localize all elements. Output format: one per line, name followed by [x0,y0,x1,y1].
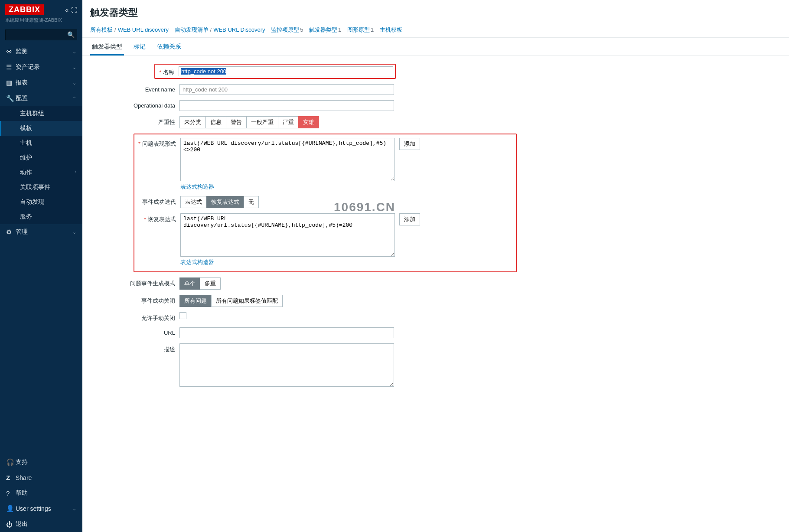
nav-share[interactable]: ZShare [0,470,82,485]
subnav-services[interactable]: 服务 [0,209,82,224]
problem-expr-input[interactable]: last(/WEB URL discovery/url.status[{#URL… [180,138,395,181]
gen-mode-label: 问题事件生成模式 [130,280,175,287]
chevron-down-icon: ⌄ [72,506,76,512]
crumb-item-prototypes[interactable]: 监控项原型 [271,26,299,33]
chevron-down-icon: ⌄ [72,49,76,55]
nav-admin[interactable]: ⚙管理⌄ [0,224,82,240]
url-input[interactable] [179,327,394,338]
user-icon: 👤 [6,505,16,512]
recovery-expr-add-button[interactable]: 添加 [399,213,420,225]
subnav-hosts[interactable]: 主机 [0,136,82,150]
sidebar: ZABBIX « ⛶ 系统应用健康监测-ZABBIX 🔍 👁监测⌄ ☰资产记录⌄… [0,0,82,532]
opdata-label: Operational data [134,102,175,109]
opdata-input[interactable] [179,100,394,111]
name-label: 名称 [163,69,174,75]
ok-close-label: 事件成功关闭 [141,297,175,304]
nav-user-settings[interactable]: 👤User settings⌄ [0,501,82,516]
search-input[interactable] [5,29,77,40]
page-title: 触发器类型 [82,0,789,24]
severity-segmented: 未分类 信息 警告 一般严重 严重 灾难 [179,116,319,128]
sev-average[interactable]: 一般严重 [246,116,278,128]
sidebar-collapse-icon[interactable]: « [65,7,68,13]
power-icon: ⏻ [6,521,16,528]
crumb-graph-prototypes[interactable]: 图形原型 [347,26,370,33]
subnav-correlation[interactable]: 关联项事件 [0,180,82,195]
subnav-hostgroups[interactable]: 主机群组 [0,106,82,121]
search-icon[interactable]: 🔍 [67,31,75,38]
chevron-down-icon: ⌄ [72,65,76,70]
crumb-trigger-prototypes[interactable]: 触发器类型 [309,26,337,33]
wrench-icon: 🔧 [6,95,16,102]
ok-close-tagmatch[interactable]: 所有问题如果标签值匹配 [211,295,283,307]
ok-close-all[interactable]: 所有问题 [179,295,212,307]
crumb-rule[interactable]: WEB URL Discovery [213,26,265,33]
manual-close-checkbox[interactable] [179,312,186,319]
sev-warning[interactable]: 警告 [226,116,247,128]
gear-icon: ⚙ [6,228,16,236]
main-content: 触发器类型 所有模板/WEB URL discovery 自动发现清单/WEB … [82,0,789,532]
headset-icon: 🎧 [6,458,16,466]
tab-trigger[interactable]: 触发器类型 [90,40,124,55]
severity-label: 严重性 [158,119,175,125]
ok-iter-label: 事件成功迭代 [142,199,176,205]
ok-iter-none[interactable]: 无 [244,196,259,208]
crumb-template[interactable]: WEB URL discovery [118,26,169,33]
desc-label: 描述 [164,346,175,352]
problem-expr-add-button[interactable]: 添加 [399,138,420,150]
chevron-down-icon: ⌄ [72,229,76,235]
event-name-label: Event name [145,86,175,93]
list-icon: ☰ [6,63,16,71]
share-icon: Z [6,474,16,481]
problem-expr-builder-link[interactable]: 表达式构造器 [180,183,214,191]
nav-help[interactable]: ?帮助 [0,485,82,501]
subnav-maintenance[interactable]: 维护 [0,150,82,165]
nav-monitoring[interactable]: 👁监测⌄ [0,44,82,59]
sev-information[interactable]: 信息 [205,116,226,128]
subnav-templates[interactable]: 模板 [0,121,82,136]
crumb-all-templates[interactable]: 所有模板 [90,26,113,33]
ok-iter-recovery[interactable]: 恢复表达式 [206,196,244,208]
main-nav: 👁监测⌄ ☰资产记录⌄ ▥报表⌄ 🔧配置⌃ 主机群组 模板 主机 维护 动作› … [0,44,82,240]
nav-configuration[interactable]: 🔧配置⌃ [0,91,82,106]
sev-high[interactable]: 严重 [278,116,299,128]
app-subtitle: 系统应用健康监测-ZABBIX [5,17,77,23]
chevron-down-icon: ⌄ [72,80,76,86]
subnav-discovery[interactable]: 自动发现 [0,195,82,209]
crumb-discovery-list[interactable]: 自动发现清单 [175,26,209,33]
manual-close-label: 允许手动关闭 [141,315,175,321]
logo: ZABBIX [5,4,44,15]
subnav-actions[interactable]: 动作› [0,165,82,180]
sidebar-expand-icon[interactable]: ⛶ [71,7,77,13]
sev-disaster[interactable]: 灾难 [298,116,319,128]
gen-mode-multiple[interactable]: 多重 [200,277,221,290]
nav-support[interactable]: 🎧支持 [0,454,82,470]
breadcrumb: 所有模板/WEB URL discovery 自动发现清单/WEB URL Di… [82,24,789,38]
nav-reports[interactable]: ▥报表⌄ [0,75,82,91]
bar-icon: ▥ [6,79,16,87]
tab-dependencies[interactable]: 依赖关系 [155,40,183,55]
eye-icon: 👁 [6,48,16,55]
recovery-expr-input[interactable]: last(/WEB URL discovery/url.status[{#URL… [180,213,395,257]
problem-expr-label: 问题表现形式 [142,140,176,147]
recovery-expr-label: 恢复表达式 [148,216,176,222]
url-label: URL [164,330,175,336]
name-input[interactable]: http_code not 200 [181,68,226,75]
tabs: 触发器类型 标记 依赖关系 [82,38,789,56]
nav-inventory[interactable]: ☰资产记录⌄ [0,59,82,75]
chevron-up-icon: ⌃ [72,96,76,101]
tab-tags[interactable]: 标记 [132,40,147,55]
nav-signout[interactable]: ⏻退出 [0,516,82,532]
desc-input[interactable] [179,343,394,387]
gen-mode-single[interactable]: 单个 [179,277,200,290]
sev-not-classified[interactable]: 未分类 [179,116,206,128]
event-name-input[interactable] [179,84,394,95]
ok-iter-expression[interactable]: 表达式 [180,196,207,208]
recovery-expr-builder-link[interactable]: 表达式构造器 [180,258,214,266]
crumb-host-prototypes[interactable]: 主机模板 [380,26,402,33]
help-icon: ? [6,490,16,497]
